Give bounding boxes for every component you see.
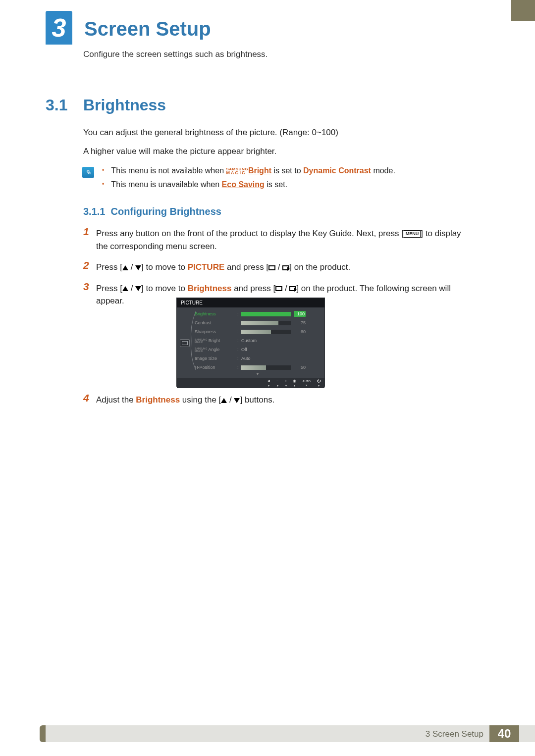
enter-icon [289, 286, 296, 291]
osd-title: PICTURE [177, 298, 324, 307]
select-icon [275, 286, 282, 291]
step-text: Press [ / ] to move to PICTURE and press… [96, 259, 350, 274]
osd-auto-label: AUTO▾ [302, 380, 311, 387]
osd-row-contrast: Contrast: 75 [195, 319, 321, 326]
reference-brightness: Brightness [136, 395, 180, 404]
note-text: This menu is unavailable when [111, 180, 221, 189]
reference-brightness: Brightness [188, 284, 232, 293]
osd-row-h-position: H-Position: 50 [195, 364, 321, 371]
down-arrow-icon [234, 398, 240, 403]
section-paragraph-1: You can adjust the general brightness of… [83, 128, 338, 138]
note-list: This menu is not available when SAMSUNGM… [102, 166, 488, 194]
reference-picture: PICTURE [188, 262, 225, 272]
osd-bracket-curve [190, 311, 197, 371]
note-text: is set to [271, 166, 303, 175]
chapter-number-badge: 3 [46, 11, 72, 45]
note-text: is set. [265, 180, 287, 189]
osd-row-brightness: Brightness: 100 [195, 310, 321, 317]
menu-button-icon: MENU [404, 230, 421, 238]
note-text: mode. [371, 166, 395, 175]
step-number: 1 [83, 226, 96, 238]
osd-row-magic-angle: SAMSUNGMAGIC Angle: Off [195, 346, 321, 353]
samsung-magic-label: SAMSUNGMAGIC [226, 167, 248, 175]
osd-plus-icon: +▾ [285, 379, 287, 387]
osd-enter-icon: ◉▾ [293, 379, 296, 387]
step-number: 3 [83, 281, 96, 293]
osd-back-icon: ◄▾ [267, 379, 270, 387]
osd-menu-screenshot: PICTURE Brightness: 100 Contrast: 75 Sha… [176, 298, 325, 387]
section-number: 3.1 [46, 96, 67, 114]
header-accent-bar [511, 0, 535, 21]
step-text: Adjust the Brightness using the [ / ] bu… [96, 392, 274, 406]
step-4: 4 Adjust the Brightness using the [ / ] … [83, 392, 475, 406]
osd-minus-icon: −▾ [276, 379, 279, 387]
step-2: 2 Press [ / ] to move to PICTURE and pre… [83, 259, 475, 274]
enter-icon [282, 265, 289, 270]
footer-page-number: 40 [489, 725, 519, 742]
osd-tab-icon [180, 339, 190, 347]
note-icon: ✎ [82, 167, 94, 178]
step-number: 2 [83, 259, 96, 271]
step-text: Press any button on the front of the pro… [96, 226, 475, 252]
osd-row-magic-bright: SAMSUNGMAGIC Bright: Custom [195, 337, 321, 344]
osd-more-arrow-icon: ▼ [195, 372, 321, 376]
note-text: This menu is not available when [111, 166, 226, 175]
down-arrow-icon [135, 265, 141, 270]
up-arrow-icon [221, 398, 227, 403]
note-item-2: This menu is unavailable when Eco Saving… [102, 180, 488, 189]
section-title: Brightness [83, 96, 166, 114]
select-icon [268, 265, 275, 270]
down-arrow-icon [135, 286, 141, 291]
section-paragraph-2: A higher value will make the picture app… [83, 147, 276, 156]
osd-power-icon: ⏻▾ [317, 379, 321, 387]
osd-row-sharpness: Sharpness: 60 [195, 328, 321, 335]
link-bright[interactable]: Bright [248, 166, 271, 175]
chapter-description: Configure the screen settings such as br… [83, 50, 268, 59]
link-eco-saving[interactable]: Eco Saving [222, 180, 265, 189]
osd-footer: ◄▾ −▾ +▾ ◉▾ AUTO▾ ⏻▾ [177, 378, 324, 388]
chapter-title: Screen Setup [84, 18, 211, 40]
step-1: 1 Press any button on the front of the p… [83, 226, 475, 252]
osd-row-image-size: Image Size: Auto [195, 355, 321, 362]
up-arrow-icon [122, 286, 128, 291]
up-arrow-icon [122, 265, 128, 270]
footer-accent-left [40, 725, 46, 742]
footer-chapter-label: 3 Screen Setup [426, 729, 483, 739]
osd-rows: Brightness: 100 Contrast: 75 Sharpness: … [193, 307, 324, 378]
note-item-1: This menu is not available when SAMSUNGM… [102, 166, 488, 175]
subsection-heading: 3.1.1 Configuring Brightness [83, 206, 221, 217]
step-4-wrap: 4 Adjust the Brightness using the [ / ] … [83, 392, 475, 413]
reference-dynamic-contrast: Dynamic Contrast [303, 166, 371, 175]
step-number: 4 [83, 392, 96, 404]
